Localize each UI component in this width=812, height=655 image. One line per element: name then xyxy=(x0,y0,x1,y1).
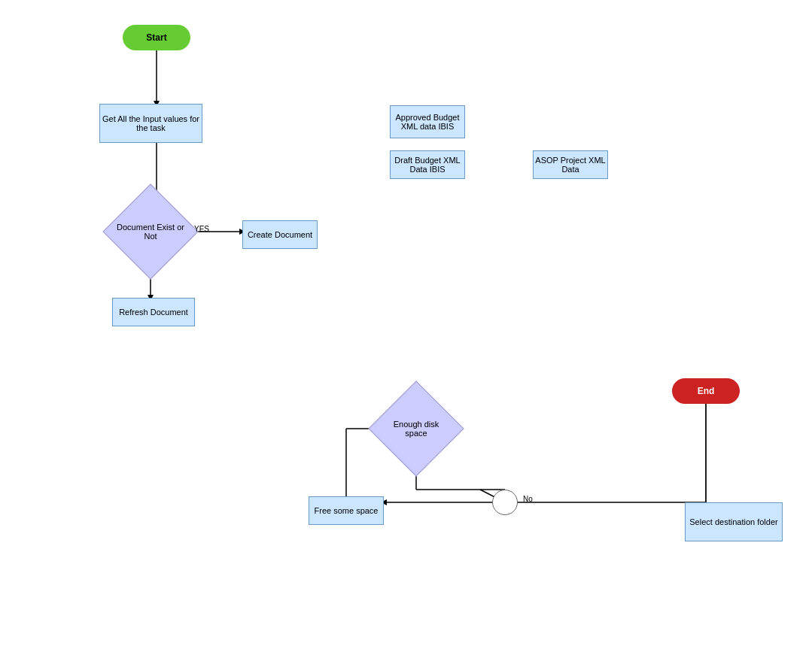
enough-disk-label: Enough disk space xyxy=(382,395,450,462)
select-dest-node: Select destination folder xyxy=(685,502,783,541)
draft-budget-node: Draft Budget XML Data IBIS xyxy=(390,150,465,179)
get-input-node: Get All the Input values for the task xyxy=(99,104,202,143)
end-label: End xyxy=(698,386,715,396)
start-label: Start xyxy=(146,32,166,43)
no-label: No xyxy=(523,495,533,503)
refresh-doc-label: Refresh Document xyxy=(119,308,188,317)
approved-budget-node: Approved Budget XML data IBIS xyxy=(390,105,465,138)
get-input-label: Get All the Input values for the task xyxy=(100,114,202,132)
approved-budget-label: Approved Budget XML data IBIS xyxy=(391,113,464,131)
create-doc-node: Create Document xyxy=(242,220,318,249)
asop-project-node: ASOP Project XML Data xyxy=(533,150,608,179)
yes-label: YES xyxy=(194,225,209,233)
select-dest-label: Select destination folder xyxy=(689,517,777,526)
refresh-doc-node: Refresh Document xyxy=(112,298,195,326)
end-node: End xyxy=(672,378,740,404)
circle-connector xyxy=(492,490,518,515)
create-doc-label: Create Document xyxy=(248,230,312,239)
free-space-node: Free some space xyxy=(309,496,384,525)
free-space-label: Free some space xyxy=(315,506,379,515)
flowchart-canvas: Start Get All the Input values for the t… xyxy=(0,0,812,655)
draft-budget-label: Draft Budget XML Data IBIS xyxy=(391,156,464,174)
enough-disk-diamond-wrapper: Enough disk space xyxy=(382,395,450,462)
doc-exist-label: Document Exist or Not xyxy=(117,198,184,265)
doc-exist-diamond-wrapper: Document Exist or Not xyxy=(117,198,184,265)
start-node: Start xyxy=(123,25,190,50)
asop-project-label: ASOP Project XML Data xyxy=(534,156,607,174)
flowchart-lines xyxy=(0,0,812,655)
